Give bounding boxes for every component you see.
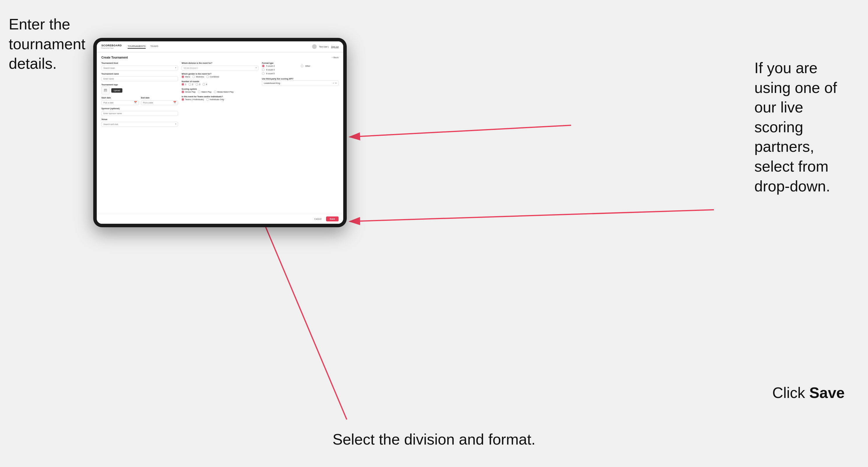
venue-label: Venue bbox=[101, 118, 178, 120]
tablet-screen: SCOREBOARD Powered by Clippit TOURNAMENT… bbox=[97, 41, 343, 224]
individuals-radio[interactable] bbox=[206, 98, 209, 101]
individuals-only[interactable]: Individuals Only bbox=[206, 98, 224, 101]
sign-out-link[interactable]: Sign out bbox=[331, 46, 339, 48]
combined-radio[interactable] bbox=[206, 75, 209, 78]
format-5count4[interactable]: 5 count 4 bbox=[262, 65, 300, 67]
teams-radio[interactable] bbox=[182, 98, 184, 101]
scoring-medal-match[interactable]: Medal Match Play bbox=[214, 91, 234, 93]
end-date-input[interactable] bbox=[141, 100, 178, 105]
round2-radio[interactable] bbox=[188, 83, 191, 86]
host-label: Tournament Host bbox=[101, 62, 178, 64]
round4-radio[interactable] bbox=[203, 83, 205, 86]
round-1[interactable]: 1 bbox=[182, 83, 186, 86]
format-type-group: Format type 5 count 4 6 count 4 bbox=[262, 62, 339, 75]
format-right: Other bbox=[301, 65, 339, 75]
live-scoring-controls: × ▾ bbox=[333, 82, 337, 85]
live-scoring-group: Use third-party live scoring API? Leader… bbox=[262, 78, 339, 86]
navbar-links: TOURNAMENTS TEAMS bbox=[128, 45, 158, 49]
tablet: SCOREBOARD Powered by Clippit TOURNAMENT… bbox=[93, 38, 347, 227]
form-footer: Cancel Save bbox=[97, 214, 343, 224]
tournament-name-group: Tournament name bbox=[101, 73, 178, 81]
sponsor-input[interactable] bbox=[101, 111, 178, 116]
gender-womens[interactable]: Womens bbox=[192, 75, 204, 78]
date-row: Start date 📅 End date 📅 bbox=[101, 97, 178, 105]
end-date-label: End date bbox=[141, 97, 178, 99]
venue-wrapper: ▾ bbox=[101, 121, 178, 127]
live-scoring-dropdown-icon[interactable]: ▾ bbox=[335, 82, 337, 85]
main-content: Create Tournament Back Tournament Host ▾ bbox=[97, 53, 343, 214]
navbar: SCOREBOARD Powered by Clippit TOURNAMENT… bbox=[97, 41, 343, 53]
live-scoring-clear[interactable]: × bbox=[333, 82, 334, 85]
start-date-group: Start date 📅 bbox=[101, 97, 139, 105]
live-scoring-value: Leaderboard King bbox=[264, 82, 333, 84]
nav-teams[interactable]: TEAMS bbox=[150, 45, 158, 49]
end-date-group: End date 📅 bbox=[141, 97, 178, 105]
name-input[interactable] bbox=[101, 76, 178, 81]
annotation-bottom-right: Click Save bbox=[772, 383, 845, 403]
format-left: 5 count 4 6 count 4 6 count 5 bbox=[262, 65, 300, 75]
scoring-label: Scoring system bbox=[182, 88, 258, 90]
scoring-radio-group: Stroke Play Match Play Medal Match Play bbox=[182, 91, 258, 93]
5count4-radio[interactable] bbox=[262, 65, 265, 67]
start-date-label: Start date bbox=[101, 97, 139, 99]
nav-tournaments[interactable]: TOURNAMENTS bbox=[128, 45, 146, 49]
host-dropdown-icon: ▾ bbox=[175, 66, 176, 69]
live-scoring-input[interactable]: Leaderboard King × ▾ bbox=[262, 81, 339, 86]
format-other[interactable]: Other bbox=[301, 65, 339, 67]
save-button[interactable]: Save bbox=[326, 216, 339, 221]
teams-individuals[interactable]: Teams (+Individuals) bbox=[182, 98, 204, 101]
other-radio[interactable] bbox=[301, 65, 303, 67]
6count5-radio[interactable] bbox=[262, 72, 265, 75]
mens-radio[interactable] bbox=[182, 75, 184, 78]
sponsor-label: Sponsor (optional) bbox=[101, 107, 178, 110]
page-title: Create Tournament bbox=[101, 56, 128, 59]
division-label: Which division is the event for? bbox=[182, 62, 258, 64]
6count4-radio[interactable] bbox=[262, 68, 265, 71]
gender-mens[interactable]: Mens bbox=[182, 75, 190, 78]
venue-input[interactable] bbox=[101, 122, 178, 127]
match-radio[interactable] bbox=[198, 91, 200, 93]
gender-combined[interactable]: Combined bbox=[206, 75, 219, 78]
round-4[interactable]: 4 bbox=[203, 83, 207, 86]
sponsor-group: Sponsor (optional) bbox=[101, 107, 178, 116]
round-3[interactable]: 3 bbox=[195, 83, 200, 86]
right-column: Format type 5 count 4 6 count 4 bbox=[262, 62, 339, 127]
page-header: Create Tournament Back bbox=[101, 56, 339, 59]
end-date-calendar-icon: 📅 bbox=[174, 101, 176, 104]
form-grid: Tournament Host ▾ Tournament name Tourna… bbox=[101, 62, 339, 127]
scoring-stroke[interactable]: Stroke Play bbox=[182, 91, 195, 93]
start-date-calendar-icon: 📅 bbox=[134, 101, 137, 104]
user-avatar bbox=[312, 44, 317, 49]
division-dropdown-icon: ▾ bbox=[255, 66, 257, 69]
start-date-input[interactable] bbox=[101, 100, 139, 105]
format-6count4[interactable]: 6 count 4 bbox=[262, 68, 300, 71]
host-input[interactable] bbox=[101, 66, 178, 70]
upload-button[interactable]: Upload bbox=[111, 88, 122, 93]
scoring-group: Scoring system Stroke Play Match Play bbox=[182, 88, 258, 93]
svg-line-4 bbox=[350, 210, 714, 221]
division-wrapper: ▾ bbox=[182, 65, 258, 70]
rounds-radio-group: 1 2 3 4 bbox=[182, 83, 258, 86]
stroke-radio[interactable] bbox=[182, 91, 184, 93]
medal-match-radio[interactable] bbox=[214, 91, 216, 93]
womens-radio[interactable] bbox=[192, 75, 195, 78]
round1-radio[interactable] bbox=[182, 83, 184, 86]
format-6count5[interactable]: 6 count 5 bbox=[262, 72, 300, 75]
user-name: Test User | bbox=[319, 46, 329, 48]
end-date-wrapper: 📅 bbox=[141, 99, 178, 105]
teams-label: Is this event for Teams and/or Individua… bbox=[182, 96, 258, 98]
cancel-button[interactable]: Cancel bbox=[312, 216, 324, 221]
back-link[interactable]: Back bbox=[332, 56, 339, 59]
teams-radio-group: Teams (+Individuals) Individuals Only bbox=[182, 98, 258, 101]
scoring-match[interactable]: Match Play bbox=[198, 91, 212, 93]
division-input[interactable] bbox=[182, 66, 258, 70]
svg-line-3 bbox=[253, 198, 347, 419]
annotation-bottom-center: Select the division and format. bbox=[333, 430, 535, 449]
round-2[interactable]: 2 bbox=[188, 83, 193, 86]
live-scoring-label: Use third-party live scoring API? bbox=[262, 78, 339, 80]
brand-title: SCOREBOARD bbox=[101, 44, 122, 47]
teams-group: Is this event for Teams and/or Individua… bbox=[182, 96, 258, 101]
annotation-top-right: If you are using one of our live scoring… bbox=[754, 58, 854, 196]
round3-radio[interactable] bbox=[195, 83, 198, 86]
annotation-top-left: Enter the tournament details. bbox=[9, 14, 90, 74]
